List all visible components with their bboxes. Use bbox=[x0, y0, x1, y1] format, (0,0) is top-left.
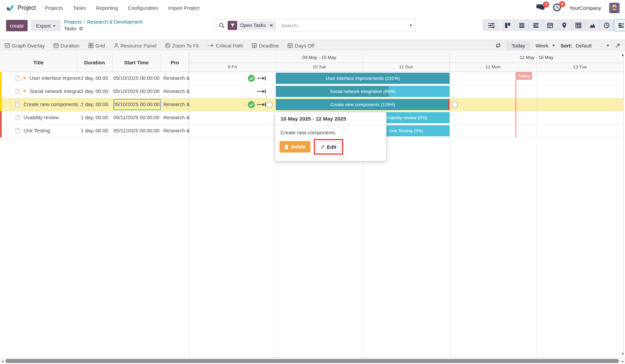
connector-handle-left[interactable] bbox=[266, 101, 273, 108]
start-time-focus-box[interactable] bbox=[113, 99, 161, 110]
messages-button[interactable]: 7 bbox=[536, 4, 545, 12]
panel-divider bbox=[189, 53, 189, 358]
list-view-icon[interactable] bbox=[515, 19, 529, 31]
odoo-logo-icon[interactable] bbox=[5, 4, 14, 12]
table-row[interactable]: Usability review 1 day, 00:00 05/11/2025… bbox=[0, 111, 189, 124]
breadcrumb-projects[interactable]: Projects bbox=[64, 19, 81, 25]
search-expand-caret[interactable] bbox=[404, 25, 415, 26]
task-duration: 1 day, 00:00 bbox=[77, 114, 112, 120]
chevron-down-icon bbox=[552, 45, 555, 46]
timeline-view-icon[interactable] bbox=[529, 19, 543, 31]
divider bbox=[112, 53, 112, 72]
search-input[interactable] bbox=[280, 22, 404, 29]
pivot-view-icon[interactable] bbox=[571, 19, 586, 31]
graph-view-icon[interactable] bbox=[586, 19, 600, 31]
task-project: Research & bbox=[163, 114, 190, 120]
gantt-bar-create-new-components[interactable]: Create new components (119%) bbox=[276, 99, 450, 110]
scroll-left-icon[interactable]: ◄ bbox=[1, 360, 4, 363]
star-icon[interactable]: ★ bbox=[22, 75, 27, 81]
duration-button[interactable]: Duration bbox=[54, 43, 80, 48]
document-icon bbox=[15, 115, 20, 121]
chevron-down-icon bbox=[53, 25, 56, 27]
calendar-off-icon bbox=[288, 43, 293, 48]
trash-icon bbox=[284, 144, 289, 150]
timeline-group-1: 09 May - 15 May bbox=[189, 55, 450, 60]
company-name[interactable]: YourCompany bbox=[569, 5, 601, 11]
scroll-down-icon[interactable]: ▼ bbox=[621, 352, 624, 356]
user-avatar[interactable] bbox=[609, 3, 620, 13]
sort-select[interactable]: Default bbox=[575, 43, 609, 48]
horizontal-scrollbar-thumb[interactable] bbox=[5, 359, 619, 363]
view-switcher bbox=[501, 19, 625, 31]
deadline-button[interactable]: Deadline bbox=[252, 43, 279, 48]
day-header-fri: 9 Fri bbox=[189, 64, 276, 69]
delete-button[interactable]: Delete bbox=[279, 141, 310, 153]
edit-button[interactable]: Edit bbox=[316, 141, 341, 152]
scroll-up-icon[interactable]: ▲ bbox=[621, 53, 624, 57]
sliders-icon bbox=[488, 23, 495, 28]
deadline-marker bbox=[448, 99, 450, 110]
resource-panel-button[interactable]: Resource Panel bbox=[114, 43, 157, 48]
expand-icon bbox=[615, 43, 620, 48]
range-select[interactable]: Week bbox=[535, 43, 555, 48]
task-title: User interface improve bbox=[30, 75, 80, 81]
popup-date-range: 10 May 2025 - 12 May 2025 bbox=[275, 112, 386, 125]
task-project: Research & bbox=[163, 88, 190, 94]
main-menu: Projects Tasks Reporting Configuration I… bbox=[44, 5, 199, 11]
grid-button[interactable]: Grid bbox=[88, 43, 105, 48]
expand-button[interactable] bbox=[615, 43, 620, 48]
activities-button[interactable]: 9 bbox=[553, 3, 561, 12]
settings-gear-icon[interactable]: ⚙ bbox=[79, 26, 83, 31]
refresh-icon bbox=[495, 43, 501, 48]
refresh-button[interactable] bbox=[495, 43, 501, 48]
today-marker-label: Today bbox=[516, 72, 532, 80]
zoom-to-fit-button[interactable]: Zoom To Fit bbox=[165, 43, 199, 48]
filters-panel-button[interactable] bbox=[483, 19, 500, 31]
row-status-strip bbox=[0, 98, 2, 111]
calendar-view-icon[interactable] bbox=[543, 19, 557, 31]
table-row[interactable]: ★ Social network integrat 2 day, 00:00 0… bbox=[0, 85, 189, 98]
menu-import-project[interactable]: Import Project bbox=[168, 5, 199, 11]
connector-handle-right[interactable] bbox=[452, 101, 458, 108]
row-status-strip bbox=[0, 85, 2, 98]
task-title: Unit Testing bbox=[24, 128, 50, 133]
map-view-icon[interactable] bbox=[557, 19, 571, 31]
app-title[interactable]: Project bbox=[18, 4, 36, 11]
menu-projects[interactable]: Projects bbox=[44, 5, 63, 11]
task-project: Research & bbox=[163, 128, 190, 133]
table-row[interactable]: ★ User interface improve 2 day, 00:00 05… bbox=[0, 72, 189, 85]
day-header-sat: 10 Sat bbox=[276, 64, 363, 69]
document-icon bbox=[15, 102, 20, 108]
remove-filter-icon[interactable]: ✕ bbox=[269, 23, 276, 28]
star-icon[interactable]: ★ bbox=[22, 88, 27, 94]
breadcrumb-research-development[interactable]: Research & Development bbox=[87, 19, 142, 25]
kanban-view-icon[interactable] bbox=[501, 19, 515, 31]
search-bar[interactable]: Open Tasks ✕ bbox=[215, 19, 416, 31]
gantt-bar-user-interface-improvements[interactable]: User interface improvements (231%) bbox=[276, 73, 450, 84]
day-header-tue: 13 Tue bbox=[536, 64, 623, 69]
graph-overlay-button[interactable]: Graph Overlay bbox=[5, 43, 45, 48]
filter-chip-open-tasks[interactable]: Open Tasks ✕ bbox=[228, 21, 276, 30]
table-row-selected[interactable]: Create new components 2 day, 00:00 05/10… bbox=[0, 98, 189, 111]
app-window: Project Projects Tasks Reporting Configu… bbox=[0, 0, 625, 364]
table-row[interactable]: Unit Testing 1 day, 00:00 05/11/2025 00:… bbox=[0, 124, 189, 137]
column-header-title: Title bbox=[0, 60, 77, 65]
activity-view-icon[interactable] bbox=[600, 19, 614, 31]
gantt-view-icon[interactable] bbox=[614, 19, 625, 31]
menu-reporting[interactable]: Reporting bbox=[96, 5, 118, 11]
critical-path-button[interactable]: Critical Path bbox=[207, 43, 243, 48]
gantt-bar-social-network-integration[interactable]: Social network integration (65%) bbox=[276, 86, 450, 97]
create-button[interactable]: create bbox=[6, 20, 28, 31]
today-button[interactable]: Today bbox=[506, 41, 530, 50]
task-title: Social network integrat bbox=[30, 88, 81, 94]
deadline-arrow-icon bbox=[257, 76, 266, 82]
task-popup: 10 May 2025 - 12 May 2025 Create new com… bbox=[275, 112, 387, 161]
divider bbox=[0, 53, 623, 53]
gantt-toolbar: Graph Overlay Duration Grid Resource Pan… bbox=[0, 40, 625, 51]
scroll-right-icon[interactable]: ► bbox=[621, 360, 624, 363]
export-button[interactable]: Export bbox=[31, 20, 61, 31]
task-start-time: 05/11/2025 00:00:00 bbox=[112, 114, 161, 120]
menu-tasks[interactable]: Tasks bbox=[73, 5, 86, 11]
days-off-button[interactable]: Days Off bbox=[288, 43, 314, 48]
menu-configuration[interactable]: Configuration bbox=[128, 5, 158, 11]
